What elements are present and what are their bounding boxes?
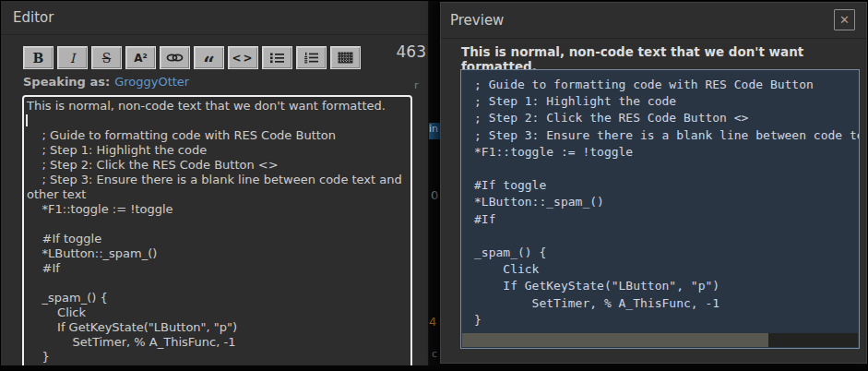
editor-dialog: Editor B I S A² “ <> [0,0,429,365]
editor-dialog-header: Editor [0,0,428,35]
bullet-list-button[interactable] [262,46,292,69]
formatting-toolbar: B I S A² “ <> [23,46,361,69]
comment-textarea[interactable]: This is normal, non-code text that we do… [22,95,412,365]
scrollbar-thumb[interactable] [462,333,768,347]
username-link[interactable]: GroggyOtter [114,75,189,89]
preview-dialog: Preview ✕ This is normal, non-code text … [440,2,867,364]
superscript-button[interactable]: A² [125,46,156,69]
strikethrough-button[interactable]: S [91,46,122,69]
italic-button[interactable]: I [57,46,88,69]
bold-icon: B [33,51,44,66]
code-button[interactable]: <> [228,46,258,69]
close-icon: ✕ [839,13,850,27]
quote-button[interactable]: “ [194,46,224,69]
close-button[interactable]: ✕ [834,9,855,30]
table-icon [338,52,353,64]
preview-code-block: ; Guide to formatting code with RES Code… [460,69,860,349]
numbered-list-button[interactable] [296,46,327,69]
page-background-strip [0,365,868,371]
preview-title: Preview [450,12,504,29]
bold-button[interactable]: B [23,46,54,69]
code-icon: <> [232,52,254,65]
quote-icon: “ [203,60,215,67]
preview-code-text: ; Guide to formatting code with RES Code… [474,77,859,329]
editor-title: Editor [13,9,54,26]
superscript-icon: A² [134,52,148,65]
horizontal-scrollbar[interactable] [462,333,858,347]
bullet-list-icon [269,52,285,64]
link-button[interactable] [160,46,190,69]
numbered-list-icon [303,52,319,64]
clipped-text-fragment: r [414,79,419,91]
character-counter: 463 [397,42,426,61]
background-text-fragment: in [428,123,440,139]
speaking-as-label: Speaking as: [23,75,110,89]
table-button[interactable] [330,46,361,69]
link-icon [166,53,184,63]
preview-dialog-header: Preview [441,3,866,39]
background-text-fragment: c [432,348,437,360]
strikethrough-icon: S [102,51,112,66]
italic-icon: I [70,51,76,66]
speaking-as-row: Speaking as:GroggyOtter [23,75,189,89]
background-text-fragment: 4 [429,315,436,329]
text-caret [26,114,28,126]
background-text-fragment: 0 [431,188,438,202]
